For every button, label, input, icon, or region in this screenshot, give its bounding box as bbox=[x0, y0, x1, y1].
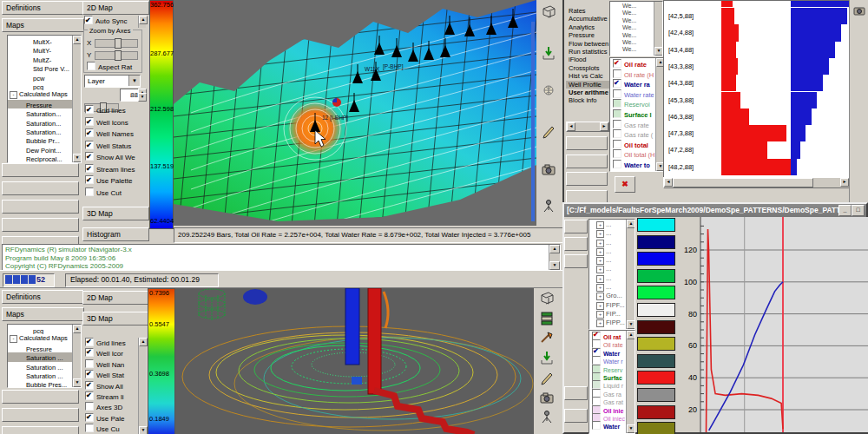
tree-expand-icon[interactable]: + bbox=[596, 275, 604, 283]
clipped-tab-item[interactable] bbox=[564, 326, 588, 332]
scroll-up-icon[interactable]: ▲ bbox=[73, 36, 82, 44]
mode-chip[interactable] bbox=[637, 422, 675, 434]
clipped-tab-item[interactable] bbox=[564, 346, 588, 353]
map-3d-canvas[interactable] bbox=[175, 288, 534, 434]
layers-icon[interactable] bbox=[539, 310, 555, 326]
tree-expand-icon[interactable] bbox=[23, 45, 31, 53]
graph-tab-item[interactable]: Crossplots bbox=[566, 64, 609, 72]
well-tree-item[interactable]: We... bbox=[621, 39, 654, 46]
tree-item[interactable]: Saturation... bbox=[8, 118, 72, 127]
tree-expand-icon[interactable]: + bbox=[596, 221, 604, 229]
tree-scrollbar[interactable]: ▲▼ bbox=[72, 36, 81, 162]
map-option-checkbox[interactable]: Grid lines bbox=[83, 338, 137, 348]
map-option-checkbox[interactable]: Grid lines bbox=[83, 105, 144, 117]
tree-expand-icon[interactable] bbox=[16, 362, 24, 370]
tree-item[interactable]: +... bbox=[595, 283, 626, 292]
legend-item[interactable]: Oil total (H bbox=[611, 149, 655, 160]
legend-scrollbar-2[interactable]: ▲▼ bbox=[626, 331, 635, 433]
tree-expand-icon[interactable] bbox=[16, 108, 24, 116]
well-tree-item[interactable]: We... bbox=[621, 46, 654, 53]
legend-item[interactable]: Oil rate (H bbox=[611, 69, 655, 80]
map-panel-scrollbar[interactable]: ▲ bbox=[138, 16, 146, 28]
close-graph-button[interactable]: ✖ bbox=[615, 176, 635, 193]
clipped-tab-item[interactable] bbox=[564, 312, 588, 319]
box-3d-icon[interactable] bbox=[539, 290, 555, 306]
legend-item[interactable]: Water rate bbox=[611, 89, 655, 100]
chevron-down-icon[interactable]: ▼ bbox=[128, 76, 140, 86]
mode-chip[interactable] bbox=[637, 371, 675, 385]
mode-chip[interactable] bbox=[637, 269, 675, 283]
legend-item[interactable]: Gas rate bbox=[611, 120, 655, 130]
clipped-section-button[interactable] bbox=[564, 409, 588, 423]
graph-tab-item[interactable]: iFlood bbox=[566, 56, 609, 63]
tree-expand-icon[interactable] bbox=[23, 326, 31, 333]
chart-hscrollbar[interactable]: ◄ ► bbox=[663, 177, 850, 188]
panel-2d-map-header-2[interactable]: 2D Map bbox=[82, 291, 149, 305]
tree-item[interactable]: MultY- bbox=[8, 45, 72, 54]
graph-section-button[interactable] bbox=[566, 155, 608, 168]
tree-item[interactable]: Saturation... bbox=[8, 108, 72, 117]
tree-item[interactable]: +... bbox=[595, 265, 626, 273]
legend-item[interactable]: Oil rate bbox=[611, 59, 655, 69]
panel-2d-map-header[interactable]: 2D Map bbox=[82, 1, 149, 15]
zoom-y-slider[interactable] bbox=[95, 51, 138, 60]
map-option-checkbox[interactable]: Stream lines bbox=[83, 164, 144, 176]
mode-chip[interactable] bbox=[637, 388, 675, 402]
legend-item[interactable]: Water to bbox=[611, 160, 655, 170]
camera-icon[interactable] bbox=[539, 390, 555, 405]
export-icon[interactable] bbox=[541, 45, 556, 61]
legend-item[interactable]: Water r bbox=[590, 356, 626, 364]
tree-item[interactable]: MultZ- bbox=[8, 55, 72, 63]
legend-item[interactable]: Oil total bbox=[611, 140, 655, 150]
well-tree-item[interactable]: We... bbox=[621, 17, 654, 24]
tree-item[interactable]: +Gro... bbox=[595, 292, 626, 300]
tree-expand-icon[interactable] bbox=[16, 100, 24, 108]
tree-expand-icon[interactable] bbox=[16, 371, 24, 378]
tree-expand-icon[interactable] bbox=[16, 135, 24, 143]
sidebar-section[interactable] bbox=[2, 200, 79, 214]
tree-expand-icon[interactable] bbox=[16, 379, 24, 387]
tree-expand-icon[interactable]: + bbox=[596, 240, 604, 247]
mode-chip[interactable] bbox=[637, 320, 675, 334]
web-icon[interactable] bbox=[541, 83, 556, 99]
sidebar-section[interactable] bbox=[2, 390, 79, 404]
map-option-checkbox[interactable]: Well Status bbox=[83, 141, 144, 153]
tree-expand-icon[interactable] bbox=[23, 55, 31, 62]
object-tree-scrollbar[interactable]: ▲▼ bbox=[626, 220, 635, 329]
snapshot-camera-icon[interactable] bbox=[852, 3, 866, 17]
tree-expand-icon[interactable]: - bbox=[10, 91, 17, 99]
tree-expand-icon[interactable]: - bbox=[10, 335, 17, 343]
legend-item[interactable]: Gas rate ( bbox=[611, 129, 655, 140]
mode-chip[interactable] bbox=[637, 235, 675, 249]
tree-expand-icon[interactable]: + bbox=[596, 311, 604, 319]
tree-item[interactable]: pcg bbox=[8, 82, 72, 90]
legend-item[interactable]: Reservoi bbox=[611, 99, 655, 109]
tree-item[interactable]: Reciprocal... bbox=[8, 154, 72, 162]
graph-section-button[interactable] bbox=[566, 136, 608, 150]
legend-item[interactable]: Reserv bbox=[590, 365, 626, 372]
sidebar-section[interactable] bbox=[2, 163, 79, 177]
camera-icon[interactable] bbox=[541, 161, 556, 177]
tree-item[interactable]: +... bbox=[595, 220, 626, 229]
tree-item[interactable]: Pressure bbox=[8, 100, 72, 108]
graph-tab-item[interactable]: Block info bbox=[566, 96, 609, 104]
graph-tab-item[interactable]: Pressure bbox=[566, 31, 609, 39]
graph-tab-item[interactable]: Rates bbox=[566, 7, 609, 15]
clipped-tab-item[interactable] bbox=[564, 339, 588, 346]
tree-scrollbar-2[interactable]: ▲▼ bbox=[72, 325, 81, 387]
tree-item[interactable]: +... bbox=[595, 229, 626, 238]
tree-expand-icon[interactable]: + bbox=[596, 284, 604, 292]
aspect-ratio-checkbox[interactable]: Aspect Rat bbox=[85, 62, 141, 74]
pick-tool-icon[interactable] bbox=[539, 330, 555, 345]
clipped-tab-item[interactable] bbox=[564, 279, 588, 286]
profile-bar-chart[interactable]: [42,5,88][42,4,88][43,4,88][43,3,88][44,… bbox=[663, 0, 850, 178]
sidebar-section-definitions-2[interactable]: Definitions bbox=[2, 290, 84, 304]
tree-item[interactable]: pcw bbox=[8, 73, 72, 82]
box-3d-icon[interactable] bbox=[541, 3, 556, 19]
list-hscrollbar[interactable]: ◄► bbox=[566, 122, 609, 132]
scroll-down-icon[interactable]: ▼ bbox=[73, 154, 82, 162]
graph-section-button[interactable] bbox=[566, 172, 608, 186]
graph-tab-item[interactable]: Analytics bbox=[566, 23, 609, 31]
map-panel-scrollbar-2[interactable]: ▲▼ bbox=[138, 338, 146, 434]
tree-item[interactable]: -Calculated Maps bbox=[8, 334, 72, 343]
